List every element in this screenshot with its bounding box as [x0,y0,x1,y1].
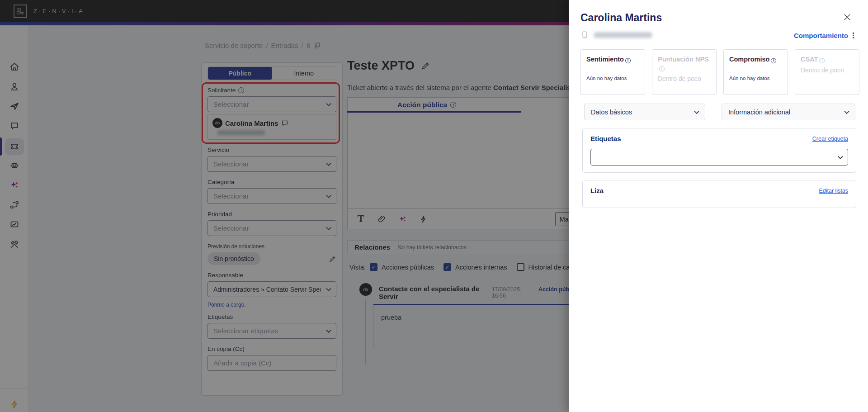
editor-toolbar: T [348,208,578,229]
active-item-indicator [0,137,2,156]
action-editor: Acción pública T [347,97,579,229]
zenvia-maze-glyph [16,7,25,16]
tab-interno[interactable]: Interno [272,67,336,80]
tab-publico[interactable]: Público [208,67,272,80]
editor-text-area[interactable] [348,112,578,208]
info-icon[interactable] [450,102,456,108]
analytics-icon[interactable] [9,219,20,230]
edit-pencil-icon[interactable] [329,255,336,263]
priority-select[interactable]: Seleccionar [208,220,336,236]
checkbox-historial-cambios[interactable] [517,263,524,271]
zenvia-logo-icon[interactable] [14,5,27,18]
breadcrumb-item[interactable]: Servicio de soporte [205,42,263,49]
timeline-connector [365,299,366,365]
contact-detail-panel: Carolina Martins Comportamiento ⋮ Sentim… [569,0,868,412]
brand-wordmark: Z·E·N·V·I·A [33,8,85,14]
info-icon[interactable] [659,66,665,71]
breadcrumb-item[interactable]: Entradas [271,42,298,49]
assignee-select[interactable]: Administradores » Contato Servir Spec [208,281,336,297]
lists-card: Liza Editar listas [582,180,856,208]
metric-card-compromiso: Compromiso Aún no hay datos [723,49,788,95]
requester-label: Solicitante [208,87,336,94]
visibility-tabs: Público Interno [208,66,336,80]
checkbox-acciones-internas[interactable]: ✓ [443,263,451,271]
attachment-icon[interactable] [377,214,387,224]
info-icon[interactable] [238,87,244,93]
ai-sparkles-icon[interactable] [9,180,20,190]
metric-value: Aún no hay datos [586,76,639,81]
behavior-link[interactable]: Comportamiento [794,32,848,39]
service-label: Servicio [208,147,336,153]
ticket-title-row: Teste XPTO [347,59,430,73]
ticket-title: Teste XPTO [347,59,415,73]
tags-card: Etiquetas Crear etiqueta [582,128,856,173]
tools-icon[interactable] [9,239,20,250]
vista-label: Vista: [349,264,366,271]
chevron-down-icon [326,327,331,332]
tags-dropdown[interactable] [590,149,848,166]
contacts-icon[interactable] [9,81,20,92]
ticket-properties-form: Público Interno Solicitante Seleccionar … [201,62,343,396]
home-icon[interactable] [9,62,20,72]
tab-accion-publica[interactable]: Acción pública [397,101,456,109]
info-icon[interactable] [625,58,631,63]
service-select[interactable]: Seleccionar [208,156,336,172]
tickets-icon[interactable] [9,141,20,152]
comment-avatar: do [359,283,372,296]
metric-value: Dentro de poco [801,66,854,74]
bot-icon[interactable] [9,160,20,171]
checkbox-label: Acciones internas [455,264,507,271]
checkbox-acciones-publicas[interactable]: ✓ [370,263,377,271]
tags-title: Etiquetas [590,135,621,142]
cc-input[interactable]: Añadir a copia (Cc) [208,355,336,371]
checkbox-label: Acciones públicas [382,264,434,271]
sidebar-divider [0,388,29,388]
avatar: do [212,118,222,128]
info-icon[interactable] [771,58,776,63]
relations-title: Relaciones [354,243,390,251]
comment-body: prueba [373,305,579,348]
blurred-phone-number [594,32,652,38]
copy-icon[interactable] [313,42,321,49]
mobile-phone-icon [580,29,589,41]
active-tab-underline [347,111,521,113]
accordion-informacion-adicional[interactable]: Información adicional [722,104,855,120]
chat-icon[interactable] [9,120,20,131]
flows-icon[interactable] [9,199,20,210]
quick-reply-icon[interactable] [418,214,428,224]
quick-actions-icon[interactable] [9,399,20,410]
metric-value: Aún no hay datos [729,76,782,81]
chevron-down-icon [326,193,331,198]
comment-header: Contacte con el especialista de Servir 1… [373,283,579,304]
metric-card-csat: CSAT Dentro de poco [795,49,859,95]
forecast-label: Previsión de soluciones [208,243,336,250]
metric-value: Dentro de poco [658,75,711,82]
text-format-icon[interactable]: T [356,214,366,224]
requester-contact-card[interactable]: do Carolina Martins [208,114,336,140]
relations-bar[interactable]: Relaciones No hay tickets relacionados [347,240,579,254]
info-icon[interactable] [819,58,825,63]
send-icon[interactable] [9,101,20,112]
kebab-menu-icon[interactable]: ⋮ [849,31,857,40]
chevron-down-icon [326,161,331,166]
comment-timestamp: 17/09/2025, 16:56 [492,286,531,299]
relations-empty-text: No hay tickets relacionados [397,244,467,251]
chevron-down-icon [326,101,331,106]
create-tag-link[interactable]: Crear etiqueta [812,136,848,142]
ai-assist-icon[interactable] [397,214,407,224]
view-filter-row: Vista: ✓ Acciones públicas ✓ Acciones in… [349,263,587,271]
accordion-datos-basicos[interactable]: Datos básicos [584,104,705,120]
assignee-label: Responsable [208,272,336,279]
tags-select[interactable]: Seleccionar etiquetas [208,323,336,339]
requester-select[interactable]: Seleccionar [208,96,336,112]
tags-label: Etiquetas [208,313,336,320]
edit-title-pencil-icon[interactable] [421,61,430,71]
chat-bubble-icon[interactable] [281,119,288,127]
chevron-down-icon [838,154,843,159]
assign-to-me-link[interactable]: Ponme a cargo. [208,302,246,308]
forecast-badge: Sin pronóstico [208,252,260,265]
close-icon[interactable] [843,13,852,22]
breadcrumb-item[interactable]: 8 [307,42,310,49]
edit-lists-link[interactable]: Editar listas [819,188,848,194]
category-select[interactable]: Seleccionar [208,188,336,204]
